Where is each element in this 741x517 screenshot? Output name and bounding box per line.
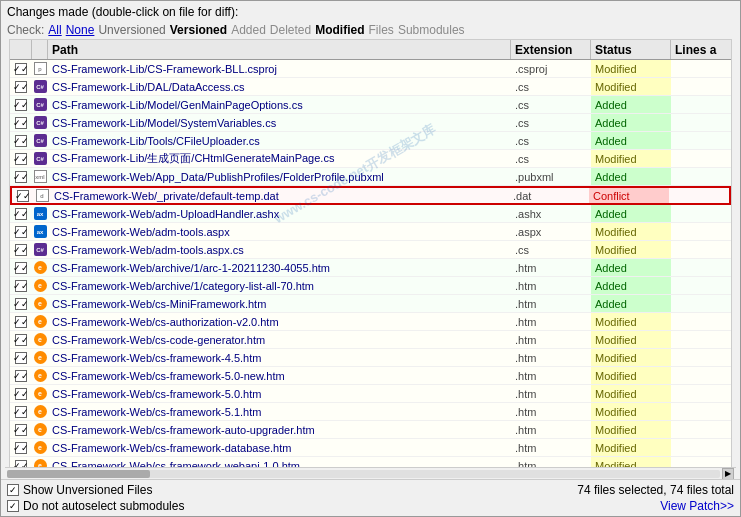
row-path[interactable]: CS-Framework-Web/cs-authorization-v2.0.h… (48, 313, 511, 330)
table-row[interactable]: ✓ C# CS-Framework-Lib/Model/SystemVariab… (10, 114, 731, 132)
checkbox-icon[interactable]: ✓ (15, 424, 27, 436)
table-row[interactable]: ✓ d CS-Framework-Web/_private/default-te… (10, 186, 731, 205)
table-row[interactable]: ✓ e CS-Framework-Web/cs-authorization-v2… (10, 313, 731, 331)
row-path[interactable]: CS-Framework-Web/adm-tools.aspx (48, 223, 511, 240)
checkbox-icon[interactable]: ✓ (15, 316, 27, 328)
scroll-right-btn[interactable]: ▶ (722, 468, 734, 480)
checkbox-icon[interactable]: ✓ (15, 171, 27, 183)
row-checkbox[interactable]: ✓ (10, 96, 32, 113)
check-versioned[interactable]: Versioned (170, 23, 227, 37)
table-row[interactable]: ✓ C# CS-Framework-Lib/生成页面/CHtmlGenerate… (10, 150, 731, 168)
row-checkbox[interactable]: ✓ (10, 114, 32, 131)
row-checkbox[interactable]: ✓ (10, 168, 32, 185)
table-row[interactable]: ✓ C# CS-Framework-Lib/DAL/DataAccess.cs … (10, 78, 731, 96)
table-row[interactable]: ✓ C# CS-Framework-Lib/Tools/CFileUploade… (10, 132, 731, 150)
checkbox-icon[interactable]: ✓ (15, 208, 27, 220)
table-row[interactable]: ✓ e CS-Framework-Web/cs-code-generator.h… (10, 331, 731, 349)
check-submodules[interactable]: Submodules (398, 23, 465, 37)
table-row[interactable]: ✓ e CS-Framework-Web/archive/1/category-… (10, 277, 731, 295)
checkbox-icon[interactable]: ✓ (15, 334, 27, 346)
table-row[interactable]: ✓ e CS-Framework-Web/cs-framework-5.0-ne… (10, 367, 731, 385)
table-row[interactable]: ✓ e CS-Framework-Web/archive/1/arc-1-202… (10, 259, 731, 277)
checkbox-icon[interactable]: ✓ (15, 81, 27, 93)
row-checkbox[interactable]: ✓ (10, 331, 32, 348)
row-path[interactable]: CS-Framework-Web/adm-tools.aspx.cs (48, 241, 511, 258)
check-files[interactable]: Files (369, 23, 394, 37)
row-path[interactable]: CS-Framework-Web/archive/1/arc-1-2021123… (48, 259, 511, 276)
check-deleted[interactable]: Deleted (270, 23, 311, 37)
table-row[interactable]: ✓ e CS-Framework-Web/cs-framework-auto-u… (10, 421, 731, 439)
checkbox-icon[interactable]: ✓ (15, 117, 27, 129)
row-path[interactable]: CS-Framework-Web/archive/1/category-list… (48, 277, 511, 294)
check-unversioned[interactable]: Unversioned (98, 23, 165, 37)
row-path[interactable]: CS-Framework-Lib/DAL/DataAccess.cs (48, 78, 511, 95)
do-not-autoselect-checkbox[interactable] (7, 500, 19, 512)
checkbox-icon[interactable]: ✓ (15, 99, 27, 111)
table-row[interactable]: ✓ e CS-Framework-Web/cs-framework-webapi… (10, 457, 731, 467)
row-checkbox[interactable]: ✓ (10, 150, 32, 167)
checkbox-icon[interactable]: ✓ (15, 63, 27, 75)
show-unversioned-checkbox[interactable] (7, 484, 19, 496)
row-checkbox[interactable]: ✓ (10, 223, 32, 240)
row-checkbox[interactable]: ✓ (10, 439, 32, 456)
checkbox-icon[interactable]: ✓ (15, 460, 27, 468)
row-path[interactable]: CS-Framework-Lib/Model/SystemVariables.c… (48, 114, 511, 131)
row-path[interactable]: CS-Framework-Web/cs-framework-4.5.htm (48, 349, 511, 366)
row-checkbox[interactable]: ✓ (10, 403, 32, 420)
check-none[interactable]: None (66, 23, 95, 37)
row-path[interactable]: CS-Framework-Web/_private/default-temp.d… (50, 188, 509, 203)
checkbox-icon[interactable]: ✓ (15, 226, 27, 238)
scrollbar-thumb[interactable] (7, 470, 150, 478)
col-status[interactable]: Status (591, 40, 671, 59)
table-row[interactable]: ✓ ax CS-Framework-Web/adm-tools.aspx .as… (10, 223, 731, 241)
row-checkbox[interactable]: ✓ (10, 295, 32, 312)
view-patch-link[interactable]: View Patch>> (660, 499, 734, 513)
row-checkbox[interactable]: ✓ (10, 277, 32, 294)
row-path[interactable]: CS-Framework-Web/cs-MiniFramework.htm (48, 295, 511, 312)
row-path[interactable]: CS-Framework-Web/cs-framework-5.1.htm (48, 403, 511, 420)
check-all[interactable]: All (48, 23, 61, 37)
checkbox-icon[interactable]: ✓ (17, 190, 29, 202)
row-checkbox[interactable]: ✓ (10, 259, 32, 276)
row-checkbox[interactable]: ✓ (10, 205, 32, 222)
row-path[interactable]: CS-Framework-Web/cs-framework-database.h… (48, 439, 511, 456)
row-checkbox[interactable]: ✓ (10, 349, 32, 366)
row-path[interactable]: CS-Framework-Web/cs-framework-auto-upgra… (48, 421, 511, 438)
row-path[interactable]: CS-Framework-Web/cs-framework-5.0.htm (48, 385, 511, 402)
row-checkbox[interactable]: ✓ (10, 385, 32, 402)
checkbox-icon[interactable]: ✓ (15, 135, 27, 147)
check-added[interactable]: Added (231, 23, 266, 37)
row-path[interactable]: CS-Framework-Web/cs-framework-5.0-new.ht… (48, 367, 511, 384)
row-checkbox[interactable]: ✓ (10, 60, 32, 77)
checkbox-icon[interactable]: ✓ (15, 244, 27, 256)
checkbox-icon[interactable]: ✓ (15, 153, 27, 165)
scrollbar-h[interactable]: ▶ (5, 467, 736, 479)
row-path[interactable]: CS-Framework-Web/cs-framework-webapi-1.0… (48, 457, 511, 467)
row-path[interactable]: CS-Framework-Web/App_Data/PublishProfile… (48, 168, 511, 185)
table-row[interactable]: ✓ ax CS-Framework-Web/adm-UploadHandler.… (10, 205, 731, 223)
check-modified[interactable]: Modified (315, 23, 364, 37)
table-row[interactable]: ✓ C# CS-Framework-Lib/Model/GenMainPageO… (10, 96, 731, 114)
checkbox-icon[interactable]: ✓ (15, 352, 27, 364)
checkbox-icon[interactable]: ✓ (15, 280, 27, 292)
table-row[interactable]: ✓ xml CS-Framework-Web/App_Data/PublishP… (10, 168, 731, 186)
table-row[interactable]: ✓ e CS-Framework-Web/cs-framework-5.0.ht… (10, 385, 731, 403)
col-path[interactable]: Path (48, 40, 511, 59)
table-row[interactable]: ✓ p CS-Framework-Lib/CS-Framework-BLL.cs… (10, 60, 731, 78)
table-row[interactable]: ✓ e CS-Framework-Web/cs-MiniFramework.ht… (10, 295, 731, 313)
row-checkbox[interactable]: ✓ (10, 421, 32, 438)
table-row[interactable]: ✓ C# CS-Framework-Web/adm-tools.aspx.cs … (10, 241, 731, 259)
row-path[interactable]: CS-Framework-Lib/CS-Framework-BLL.csproj (48, 60, 511, 77)
checkbox-icon[interactable]: ✓ (15, 406, 27, 418)
table-row[interactable]: ✓ e CS-Framework-Web/cs-framework-databa… (10, 439, 731, 457)
checkbox-icon[interactable]: ✓ (15, 298, 27, 310)
col-lines[interactable]: Lines a (671, 40, 731, 59)
row-path[interactable]: CS-Framework-Web/cs-code-generator.htm (48, 331, 511, 348)
table-body[interactable]: ✓ p CS-Framework-Lib/CS-Framework-BLL.cs… (10, 60, 731, 467)
checkbox-icon[interactable]: ✓ (15, 442, 27, 454)
row-path[interactable]: CS-Framework-Lib/Model/GenMainPageOption… (48, 96, 511, 113)
row-checkbox[interactable]: ✓ (12, 188, 34, 203)
checkbox-icon[interactable]: ✓ (15, 388, 27, 400)
row-checkbox[interactable]: ✓ (10, 132, 32, 149)
row-checkbox[interactable]: ✓ (10, 313, 32, 330)
